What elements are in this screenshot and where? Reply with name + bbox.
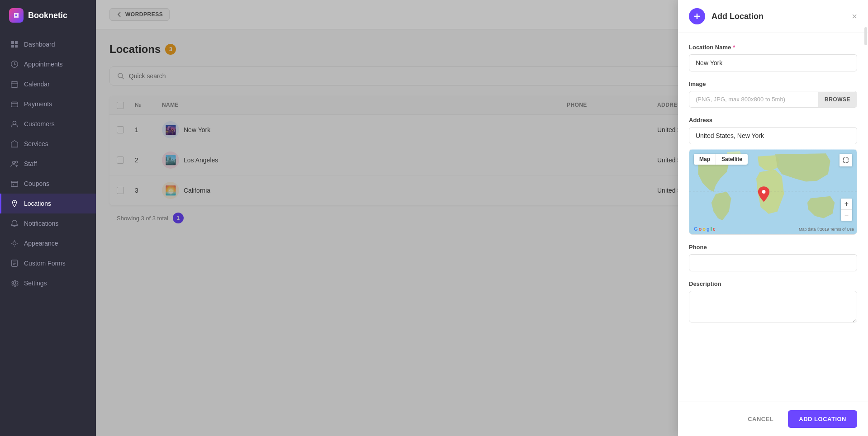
locations-icon — [10, 199, 19, 208]
add-location-button[interactable]: ADD LOCATION — [788, 410, 857, 428]
add-location-panel: Add Location × Location Name * Image (PN… — [678, 0, 868, 436]
sidebar-item-payments[interactable]: Payments — [0, 94, 96, 114]
image-placeholder: (PNG, JPG, max 800x800 to 5mb) — [689, 91, 818, 107]
address-input[interactable] — [689, 127, 857, 144]
sidebar-item-services[interactable]: Services — [0, 134, 96, 154]
svg-point-12 — [13, 161, 15, 164]
appearance-icon — [10, 239, 19, 247]
sidebar-label-settings: Settings — [24, 280, 47, 287]
image-label: Image — [689, 81, 857, 87]
plus-panel-icon — [693, 13, 701, 20]
svg-point-11 — [13, 121, 16, 124]
expand-icon — [843, 157, 849, 163]
payments-icon — [10, 100, 19, 108]
sidebar-item-custom-forms[interactable]: Custom Forms — [0, 253, 96, 273]
map-container: Map Satellite + − — [689, 149, 857, 235]
logo-icon — [9, 8, 24, 23]
map-expand-button[interactable] — [840, 154, 852, 166]
location-name-label: Location Name * — [689, 44, 857, 51]
custom-forms-icon — [10, 259, 19, 267]
svg-point-13 — [15, 161, 18, 163]
svg-rect-3 — [15, 45, 18, 47]
required-star: * — [733, 44, 735, 51]
sidebar-item-coupons[interactable]: Coupons — [0, 174, 96, 194]
sidebar-item-dashboard[interactable]: Dashboard — [0, 34, 96, 54]
phone-input[interactable] — [689, 254, 857, 271]
sidebar-label-payments: Payments — [24, 100, 52, 108]
svg-point-22 — [13, 282, 15, 284]
address-group: Address — [689, 117, 857, 235]
sidebar-item-appointments[interactable]: Appointments — [0, 54, 96, 74]
sidebar-item-settings[interactable]: Settings — [0, 273, 96, 293]
zoom-out-button[interactable]: − — [841, 210, 852, 221]
svg-rect-2 — [11, 45, 14, 47]
sidebar-label-customers: Customers — [24, 120, 55, 128]
appointments-icon — [10, 60, 19, 68]
map-background: Map Satellite + − — [689, 149, 857, 234]
svg-rect-5 — [11, 82, 18, 88]
sidebar-label-calendar: Calendar — [24, 81, 50, 88]
sidebar-label-custom-forms: Custom Forms — [24, 260, 66, 267]
image-group: Image (PNG, JPG, max 800x800 to 5mb) BRO… — [689, 81, 857, 108]
logo-text: Booknetic — [28, 11, 67, 20]
svg-point-16 — [14, 202, 15, 204]
sidebar-label-locations: Locations — [24, 200, 51, 207]
description-input[interactable] — [689, 291, 857, 322]
description-label: Description — [689, 280, 857, 287]
logo: Booknetic — [0, 0, 96, 31]
phone-label: Phone — [689, 244, 857, 251]
browse-button[interactable]: BROWSE — [818, 92, 857, 107]
image-upload: (PNG, JPG, max 800x800 to 5mb) BROWSE — [689, 91, 857, 108]
sidebar-label-staff: Staff — [24, 160, 37, 167]
sidebar-label-appearance: Appearance — [24, 240, 58, 247]
main-content: WORDPRESS Add Location Locations 3 № NAM… — [96, 0, 868, 436]
scrollbar — [864, 27, 867, 45]
google-logo: Google — [694, 226, 716, 232]
svg-rect-9 — [11, 102, 18, 107]
map-tab-map[interactable]: Map — [694, 154, 716, 165]
cancel-button[interactable]: CANCEL — [739, 410, 783, 428]
customers-icon — [10, 120, 19, 128]
zoom-in-button[interactable]: + — [841, 199, 852, 210]
panel-header: Add Location × — [678, 0, 868, 33]
sidebar-item-locations[interactable]: Locations — [0, 194, 96, 213]
svg-point-17 — [13, 242, 16, 245]
sidebar-nav: Dashboard Appointments Calendar Payments… — [0, 31, 96, 436]
panel-close-button[interactable]: × — [852, 12, 857, 21]
coupons-icon — [10, 180, 19, 188]
map-tabs: Map Satellite — [694, 154, 748, 165]
services-icon — [10, 140, 19, 148]
sidebar-label-notifications: Notifications — [24, 220, 58, 227]
map-zoom-controls: + − — [841, 199, 852, 221]
sidebar-item-appearance[interactable]: Appearance — [0, 233, 96, 253]
address-label: Address — [689, 117, 857, 123]
notifications-icon — [10, 219, 19, 227]
panel-footer: CANCEL ADD LOCATION — [678, 402, 868, 436]
sidebar-label-services: Services — [24, 140, 48, 147]
panel-title: Add Location — [711, 12, 845, 21]
svg-rect-14 — [11, 182, 18, 186]
phone-group: Phone — [689, 244, 857, 271]
sidebar-item-notifications[interactable]: Notifications — [0, 213, 96, 233]
sidebar-label-dashboard: Dashboard — [24, 41, 55, 48]
description-group: Description — [689, 280, 857, 324]
location-name-group: Location Name * — [689, 44, 857, 71]
svg-point-31 — [762, 190, 766, 194]
sidebar: Booknetic Dashboard Appointments Calenda… — [0, 0, 96, 436]
location-name-input[interactable] — [689, 54, 857, 71]
panel-body: Location Name * Image (PNG, JPG, max 800… — [678, 33, 868, 402]
sidebar-label-coupons: Coupons — [24, 180, 49, 187]
dashboard-icon — [10, 40, 19, 48]
svg-rect-0 — [11, 41, 14, 44]
svg-rect-1 — [15, 41, 18, 44]
sidebar-label-appointments: Appointments — [24, 61, 63, 68]
sidebar-item-calendar[interactable]: Calendar — [0, 74, 96, 94]
map-tab-satellite[interactable]: Satellite — [716, 154, 748, 165]
map-attribution: Map data ©2019 Terms of Use — [799, 227, 854, 232]
settings-icon — [10, 279, 19, 287]
panel-icon — [689, 8, 705, 24]
sidebar-item-customers[interactable]: Customers — [0, 114, 96, 134]
staff-icon — [10, 160, 19, 168]
calendar-icon — [10, 80, 19, 88]
sidebar-item-staff[interactable]: Staff — [0, 154, 96, 174]
